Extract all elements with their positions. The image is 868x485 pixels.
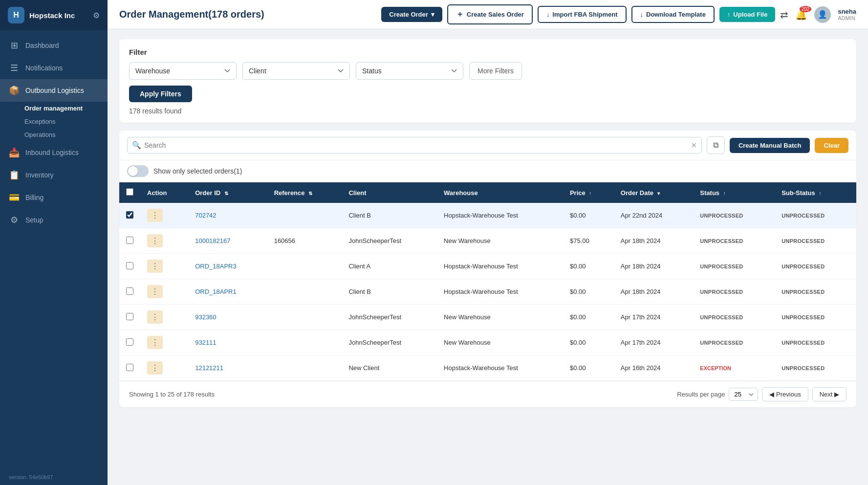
download-template-button[interactable]: ↓ Download Template xyxy=(631,6,715,23)
selected-orders-toggle[interactable] xyxy=(127,165,149,177)
sidebar-item-label: Setup xyxy=(25,216,43,224)
col-reference[interactable]: Reference ⇅ xyxy=(267,182,342,203)
col-order-id[interactable]: Order ID ⇅ xyxy=(188,182,267,203)
plus-icon: ＋ xyxy=(456,9,464,20)
status-filter[interactable]: Status xyxy=(356,62,463,80)
row-order-id[interactable]: 702742 xyxy=(188,203,267,228)
action-menu-button[interactable]: ⋮ xyxy=(147,260,163,273)
row-checkbox[interactable] xyxy=(126,338,133,346)
more-filters-button[interactable]: More Filters xyxy=(469,62,522,80)
row-order-date: Apr 16th 2024 xyxy=(614,355,694,381)
row-checkbox[interactable] xyxy=(126,237,133,244)
app-title: Hopstack Inc xyxy=(29,11,75,20)
avatar[interactable]: 👤 xyxy=(814,6,831,23)
create-manual-batch-button[interactable]: Create Manual Batch xyxy=(730,138,810,153)
main-content: Order Management(178 orders) Create Orde… xyxy=(108,0,868,485)
row-checkbox-cell[interactable] xyxy=(119,203,140,228)
action-menu-button[interactable]: ⋮ xyxy=(147,310,163,324)
notification-bell[interactable]: 🔔 202 xyxy=(795,9,807,21)
sidebar-item-inventory[interactable]: 📋 Inventory xyxy=(0,164,108,186)
dashboard-icon: ⊞ xyxy=(9,40,20,51)
clear-button[interactable]: Clear xyxy=(815,138,848,153)
sidebar-item-outbound[interactable]: 📦 Outbound Logistics xyxy=(0,79,108,102)
table-footer: Showing 1 to 25 of 178 results Results p… xyxy=(119,381,856,407)
sidebar-sub-order-management[interactable]: Order management xyxy=(0,102,108,115)
billing-icon: 💳 xyxy=(9,192,20,203)
row-order-id[interactable]: ORD_18APR1 xyxy=(188,279,267,305)
row-warehouse: Hopstack-Warehouse Test xyxy=(437,279,563,305)
row-action[interactable]: ⋮ xyxy=(140,330,188,355)
col-sub-status[interactable]: Sub-Status ↑ xyxy=(775,182,856,203)
row-action[interactable]: ⋮ xyxy=(140,279,188,305)
row-order-id[interactable]: 932360 xyxy=(188,305,267,330)
row-action[interactable]: ⋮ xyxy=(140,305,188,330)
action-menu-button[interactable]: ⋮ xyxy=(147,209,163,222)
row-action[interactable]: ⋮ xyxy=(140,254,188,279)
warehouse-filter[interactable]: Warehouse xyxy=(129,62,237,80)
row-action[interactable]: ⋮ xyxy=(140,228,188,254)
client-filter[interactable]: Client xyxy=(242,62,350,80)
gear-icon[interactable]: ⚙ xyxy=(93,11,100,20)
apply-filters-button[interactable]: Apply Filters xyxy=(129,86,192,102)
table-row: ⋮ 12121211 New Client Hopstack-Warehouse… xyxy=(119,355,856,381)
sidebar-sub-operations[interactable]: Operations xyxy=(0,128,108,141)
action-menu-button[interactable]: ⋮ xyxy=(147,285,163,298)
row-checkbox[interactable] xyxy=(126,364,133,371)
sidebar-item-inbound[interactable]: 📥 Inbound Logistics xyxy=(0,141,108,164)
sidebar-item-notifications[interactable]: ☰ Notifications xyxy=(0,57,108,79)
action-menu-button[interactable]: ⋮ xyxy=(147,234,163,247)
row-client: New Client xyxy=(342,355,437,381)
results-per-page-label: Results per page xyxy=(677,391,725,398)
row-checkbox[interactable] xyxy=(126,313,133,320)
upload-icon: ↑ xyxy=(727,11,731,18)
row-checkbox-cell[interactable] xyxy=(119,305,140,330)
upload-file-button[interactable]: ↑ Upload File xyxy=(719,7,776,22)
row-checkbox-cell[interactable] xyxy=(119,279,140,305)
action-menu-button[interactable]: ⋮ xyxy=(147,336,163,349)
row-checkbox-cell[interactable] xyxy=(119,228,140,254)
col-status[interactable]: Status ↑ xyxy=(693,182,775,203)
row-checkbox-cell[interactable] xyxy=(119,330,140,355)
sidebar-item-billing[interactable]: 💳 Billing xyxy=(0,186,108,209)
create-order-button[interactable]: Create Order ▾ xyxy=(381,7,442,22)
swap-icon[interactable]: ⇄ xyxy=(780,9,788,21)
sliders-icon: ⧉ xyxy=(713,141,718,149)
dropdown-icon: ▾ xyxy=(431,11,434,18)
sidebar-item-setup[interactable]: ⚙ Setup xyxy=(0,209,108,231)
row-checkbox[interactable] xyxy=(126,262,133,269)
import-fba-button[interactable]: ↓ Import FBA Shipment xyxy=(538,6,627,23)
row-checkbox-cell[interactable] xyxy=(119,355,140,381)
row-sub-status: UNPROCESSED xyxy=(775,228,856,254)
next-page-button[interactable]: Next ▶ xyxy=(812,387,846,401)
row-action[interactable]: ⋮ xyxy=(140,203,188,228)
topbar-actions: Create Order ▾ ＋ Create Sales Order ↓ Im… xyxy=(381,4,856,24)
filter-adjust-button[interactable]: ⧉ xyxy=(707,136,725,154)
row-action[interactable]: ⋮ xyxy=(140,355,188,381)
row-order-id[interactable]: 12121211 xyxy=(188,355,267,381)
sidebar-item-dashboard[interactable]: ⊞ Dashboard xyxy=(0,34,108,57)
row-status: UNPROCESSED xyxy=(693,203,775,228)
search-input[interactable] xyxy=(127,137,702,154)
inbound-icon: 📥 xyxy=(9,147,20,158)
sidebar-sub-exceptions[interactable]: Exceptions xyxy=(0,115,108,128)
create-sales-order-button[interactable]: ＋ Create Sales Order xyxy=(447,4,533,24)
per-page-select[interactable]: 25 50 100 xyxy=(729,388,758,401)
prev-page-button[interactable]: ◀ Previous xyxy=(762,387,808,401)
col-order-date[interactable]: Order Date ▾ xyxy=(614,182,694,203)
sidebar-item-label: Dashboard xyxy=(25,42,59,49)
row-warehouse: New Warehouse xyxy=(437,228,563,254)
row-checkbox-cell[interactable] xyxy=(119,254,140,279)
action-menu-button[interactable]: ⋮ xyxy=(147,361,163,375)
row-order-id[interactable]: 1000182167 xyxy=(188,228,267,254)
row-sub-status: UNPROCESSED xyxy=(775,330,856,355)
row-order-id[interactable]: ORD_18APR3 xyxy=(188,254,267,279)
select-all-header[interactable] xyxy=(119,182,140,203)
row-checkbox[interactable] xyxy=(126,211,133,219)
clear-search-icon[interactable]: ✕ xyxy=(691,141,697,149)
row-checkbox[interactable] xyxy=(126,287,133,295)
col-price[interactable]: Price ↑ xyxy=(563,182,614,203)
row-order-id[interactable]: 932111 xyxy=(188,330,267,355)
table-toolbar: 🔍 ✕ ⧉ Create Manual Batch Clear xyxy=(119,131,856,160)
select-all-checkbox[interactable] xyxy=(126,188,133,196)
row-sub-status: UNPROCESSED xyxy=(775,279,856,305)
